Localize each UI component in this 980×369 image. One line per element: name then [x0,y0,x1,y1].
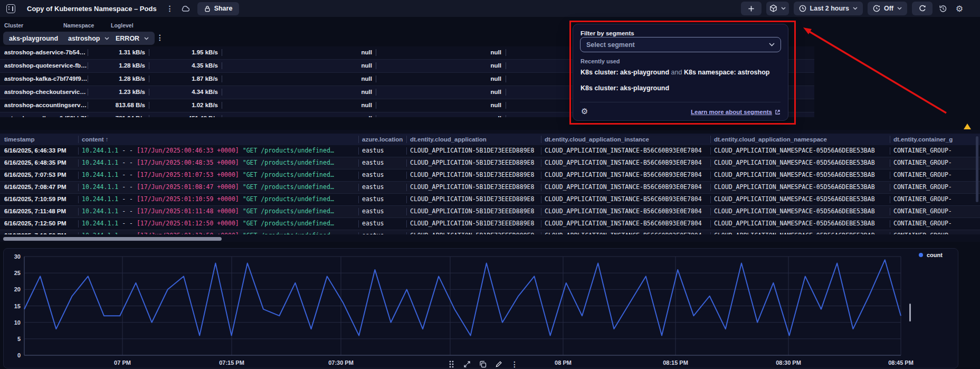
log-content: 10.244.1.1 - - [17/Jun/2025:01:10:59 +00… [82,194,355,205]
chart-legend[interactable]: count [919,252,943,258]
column-header-content[interactable]: content ↑ [82,134,108,145]
segment-select-placeholder: Select segment [586,41,635,49]
dashboards-app-icon[interactable] [6,4,15,13]
pod-cell: null [317,112,372,117]
log-request: "GET /products/undefined… [243,220,334,227]
recent-segment-item[interactable]: K8s cluster: aks-playground [581,84,669,92]
log-ip: 10.244.1.1 [82,147,118,154]
time-range-label: Last 2 hours [810,5,849,12]
line-chart[interactable]: 05101520253007 PM07:15 PM07:30 PM08 PM08… [4,249,958,368]
legend-dot-icon [919,253,923,257]
tile-kebab-menu[interactable]: ⋮ [510,359,519,369]
horizontal-scrollbar[interactable] [3,237,222,241]
column-divider [890,208,890,215]
log-row[interactable]: 6/16/2025, 6:46:33 PM10.244.1.1 - - [17/… [0,145,980,157]
drag-handle-icon[interactable] [446,359,456,369]
learn-more-link[interactable]: Learn more about segments [691,109,781,115]
log-dashes: - - [122,183,133,191]
log-row[interactable]: 6/16/2025, 7:11:48 PM10.244.1.1 - - [17/… [0,206,980,218]
column-divider [541,147,541,155]
log-row[interactable]: 6/16/2025, 7:08:47 PM10.244.1.1 - - [17/… [0,182,980,194]
pod-cell: 1.95 kB/s [158,46,218,59]
gear-icon[interactable]: ⚙ [581,107,588,116]
column-divider [890,196,890,203]
column-divider [78,147,79,155]
log-container-group: CONTAINER_GROUP- [893,194,980,205]
log-cloud-application-instance: CLOUD_APPLICATION_INSTANCE-B56C60B93E0E7… [545,230,709,234]
log-timestamp: 6/16/2025, 7:07:53 PM [4,169,76,181]
edit-pencil-icon[interactable] [494,359,503,369]
cloud-icon[interactable] [181,5,190,12]
filters-kebab-menu[interactable]: ⋮ [156,33,164,42]
log-date: [17/Jun/2025:01:13:50 +0000] [137,232,239,234]
column-divider [890,147,890,155]
segments-button[interactable] [766,2,789,15]
column-divider [222,102,222,109]
column-header-azurelocation[interactable]: azure.location [362,134,403,145]
chevron-down-icon [853,7,858,10]
share-button[interactable]: Share [197,2,240,15]
namespace-dropdown[interactable]: astroshop [62,32,115,45]
column-divider [149,62,149,69]
log-date: [17/Jun/2025:01:12:50 +0000] [137,220,239,227]
log-date: [17/Jun/2025:00:48:35 +0000] [137,159,239,166]
share-label: Share [214,5,233,12]
duplicate-icon[interactable] [478,359,488,369]
column-divider [890,184,890,191]
expand-icon[interactable] [462,359,472,369]
auto-refresh-picker[interactable]: Off [868,2,907,15]
log-cloud-application-namespace: CLOUD_APPLICATION_NAMESPACE-05D56A6DEBE5… [714,182,889,193]
log-row[interactable]: 6/16/2025, 6:48:35 PM10.244.1.1 - - [17/… [0,157,980,169]
column-divider [710,147,711,155]
column-divider [376,102,376,109]
chevron-down-icon [104,37,109,40]
column-divider [406,136,407,143]
log-row[interactable]: 6/16/2025, 7:13:50 PM10.244.1.1 - - [17/… [0,230,980,234]
column-header-dtentitycontainer_g[interactable]: dt.entity.container_g [893,134,953,145]
log-date: [17/Jun/2025:01:11:48 +0000] [137,207,239,215]
history-button[interactable] [937,2,949,15]
column-divider [358,136,359,143]
log-cloud-application-namespace: CLOUD_APPLICATION_NAMESPACE-05D56A6DEBE5… [714,194,889,205]
clock-icon [799,5,806,12]
log-cloud-application: CLOUD_APPLICATION-5B1DE73EEED889E8 [410,169,540,181]
log-content: 10.244.1.1 - - [17/Jun/2025:01:11:48 +00… [82,206,355,217]
segment-select[interactable]: Select segment [580,37,781,52]
learn-more-label: Learn more about segments [691,109,772,115]
column-divider [358,220,359,228]
log-row[interactable]: 6/16/2025, 7:10:59 PM10.244.1.1 - - [17/… [0,194,980,206]
time-range-picker[interactable]: Last 2 hours [794,2,863,15]
log-row[interactable]: 6/16/2025, 7:07:53 PM10.244.1.1 - - [17/… [0,169,980,182]
recent-segment-item[interactable]: K8s cluster: aks-playground and K8s name… [581,69,769,76]
column-header-dtentitycloud_application[interactable]: dt.entity.cloud_application [410,134,487,145]
add-tile-button[interactable] [741,2,762,15]
log-cloud-application: CLOUD_APPLICATION-5B1DE73EEED889E8 [410,182,540,193]
column-header-dtentitycloud_application_namespace[interactable]: dt.entity.cloud_application_namespace [714,134,827,145]
column-divider [88,49,88,56]
gear-icon[interactable]: ⚙ [954,2,965,15]
column-divider [78,208,79,215]
log-request: "GET /products/undefined… [243,232,334,234]
pod-cell: 1.02 kB/s [158,99,218,111]
pod-cell: null [446,112,501,117]
column-divider [222,115,222,117]
refresh-button[interactable] [912,2,933,15]
legend-label: count [927,252,943,258]
column-divider [376,89,376,96]
column-header-dtentitycloud_application_instance[interactable]: dt.entity.cloud_application_instance [545,134,649,145]
warning-triangle-icon[interactable] [964,124,971,129]
pod-cell: null [317,73,372,85]
title-kebab-menu[interactable]: ⋮ [166,4,174,13]
chevron-down-icon [897,7,902,10]
log-cloud-application: CLOUD_APPLICATION-5B1DE73EEED889E8 [410,145,540,156]
column-header-timestamp[interactable]: timestamp [4,134,35,145]
column-divider [890,220,890,228]
column-divider [358,184,359,191]
loglevel-dropdown[interactable]: ERROR [110,32,155,45]
legend-scrollbar[interactable] [909,304,911,321]
log-azure-location: eastus [362,230,404,234]
vertical-scrollbar[interactable] [976,136,978,202]
column-divider [506,115,506,117]
log-row[interactable]: 6/16/2025, 7:12:50 PM10.244.1.1 - - [17/… [0,218,980,230]
pod-cell: null [446,73,501,85]
